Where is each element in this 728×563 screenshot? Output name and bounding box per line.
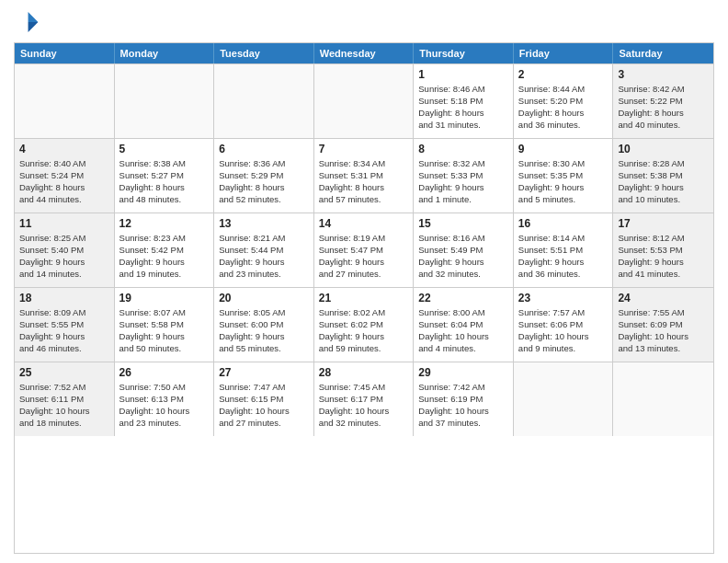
cell-info: Sunrise: 8:30 AMSunset: 5:35 PMDaylight:… <box>518 158 609 205</box>
day-number: 12 <box>119 216 210 231</box>
calendar-cell-4-6 <box>613 362 713 436</box>
day-number: 20 <box>219 291 309 305</box>
calendar-cell-4-3: 28Sunrise: 7:45 AMSunset: 6:17 PMDayligh… <box>314 362 415 436</box>
day-number: 5 <box>119 142 210 156</box>
calendar-cell-0-5: 2Sunrise: 8:44 AMSunset: 5:20 PMDaylight… <box>514 64 614 138</box>
header-cell-saturday: Saturday <box>613 43 713 63</box>
calendar-cell-1-0: 4Sunrise: 8:40 AMSunset: 5:24 PMDaylight… <box>15 139 115 213</box>
cell-info: Sunrise: 8:38 AMSunset: 5:27 PMDaylight:… <box>119 158 210 205</box>
cell-info: Sunrise: 8:28 AMSunset: 5:38 PMDaylight:… <box>618 158 709 205</box>
day-number: 9 <box>518 142 609 156</box>
day-number: 28 <box>319 365 409 380</box>
day-number: 1 <box>418 67 508 82</box>
day-number: 29 <box>418 365 508 380</box>
calendar-header: SundayMondayTuesdayWednesdayThursdayFrid… <box>15 43 713 63</box>
header-cell-monday: Monday <box>115 43 215 63</box>
cell-info: Sunrise: 8:25 AMSunset: 5:40 PMDaylight:… <box>19 233 109 280</box>
calendar-cell-0-4: 1Sunrise: 8:46 AMSunset: 5:18 PMDaylight… <box>414 64 514 138</box>
day-number: 24 <box>618 291 709 305</box>
cell-info: Sunrise: 7:55 AMSunset: 6:09 PMDaylight:… <box>618 307 709 354</box>
cell-info: Sunrise: 8:23 AMSunset: 5:42 PMDaylight:… <box>119 233 210 280</box>
cell-info: Sunrise: 8:36 AMSunset: 5:29 PMDaylight:… <box>219 158 309 205</box>
cell-info: Sunrise: 8:14 AMSunset: 5:51 PMDaylight:… <box>518 233 609 280</box>
calendar-cell-0-6: 3Sunrise: 8:42 AMSunset: 5:22 PMDaylight… <box>613 64 713 138</box>
calendar-row-4: 25Sunrise: 7:52 AMSunset: 6:11 PMDayligh… <box>15 362 713 436</box>
cell-info: Sunrise: 7:42 AMSunset: 6:19 PMDaylight:… <box>418 382 508 429</box>
header-cell-thursday: Thursday <box>414 43 514 63</box>
calendar-cell-4-1: 26Sunrise: 7:50 AMSunset: 6:13 PMDayligh… <box>115 362 215 436</box>
header-cell-sunday: Sunday <box>15 43 115 63</box>
calendar-cell-3-4: 22Sunrise: 8:00 AMSunset: 6:04 PMDayligh… <box>414 288 514 362</box>
cell-info: Sunrise: 8:05 AMSunset: 6:00 PMDaylight:… <box>219 307 309 354</box>
day-number: 3 <box>618 67 709 82</box>
calendar-cell-2-5: 16Sunrise: 8:14 AMSunset: 5:51 PMDayligh… <box>514 213 614 287</box>
calendar-cell-2-4: 15Sunrise: 8:16 AMSunset: 5:49 PMDayligh… <box>414 213 514 287</box>
day-number: 23 <box>518 291 609 305</box>
day-number: 25 <box>19 365 109 380</box>
calendar-body: 1Sunrise: 8:46 AMSunset: 5:18 PMDaylight… <box>15 63 713 436</box>
day-number: 14 <box>319 216 409 231</box>
cell-info: Sunrise: 7:52 AMSunset: 6:11 PMDaylight:… <box>19 382 109 429</box>
cell-info: Sunrise: 7:47 AMSunset: 6:15 PMDaylight:… <box>219 382 309 429</box>
calendar-row-2: 11Sunrise: 8:25 AMSunset: 5:40 PMDayligh… <box>15 213 713 287</box>
cell-info: Sunrise: 7:50 AMSunset: 6:13 PMDaylight:… <box>119 382 210 429</box>
calendar-cell-1-4: 8Sunrise: 8:32 AMSunset: 5:33 PMDaylight… <box>414 139 514 213</box>
cell-info: Sunrise: 8:02 AMSunset: 6:02 PMDaylight:… <box>319 307 409 354</box>
cell-info: Sunrise: 8:19 AMSunset: 5:47 PMDaylight:… <box>319 233 409 280</box>
day-number: 13 <box>219 216 309 231</box>
calendar-cell-2-0: 11Sunrise: 8:25 AMSunset: 5:40 PMDayligh… <box>15 213 115 287</box>
day-number: 16 <box>518 216 609 231</box>
logo <box>14 9 43 35</box>
day-number: 11 <box>19 216 109 231</box>
calendar-cell-3-3: 21Sunrise: 8:02 AMSunset: 6:02 PMDayligh… <box>314 288 415 362</box>
calendar-cell-4-5 <box>514 362 614 436</box>
cell-info: Sunrise: 8:46 AMSunset: 5:18 PMDaylight:… <box>418 84 508 131</box>
calendar-row-0: 1Sunrise: 8:46 AMSunset: 5:18 PMDaylight… <box>15 63 713 138</box>
calendar-cell-3-0: 18Sunrise: 8:09 AMSunset: 5:55 PMDayligh… <box>15 288 115 362</box>
header <box>14 9 714 35</box>
calendar-cell-0-1 <box>115 64 215 138</box>
cell-info: Sunrise: 8:00 AMSunset: 6:04 PMDaylight:… <box>418 307 508 354</box>
cell-info: Sunrise: 8:07 AMSunset: 5:58 PMDaylight:… <box>119 307 210 354</box>
day-number: 4 <box>19 142 109 156</box>
cell-info: Sunrise: 8:44 AMSunset: 5:20 PMDaylight:… <box>518 84 609 131</box>
calendar-cell-4-0: 25Sunrise: 7:52 AMSunset: 6:11 PMDayligh… <box>15 362 115 436</box>
header-cell-wednesday: Wednesday <box>314 43 415 63</box>
cell-info: Sunrise: 8:42 AMSunset: 5:22 PMDaylight:… <box>618 84 709 131</box>
cell-info: Sunrise: 7:57 AMSunset: 6:06 PMDaylight:… <box>518 307 609 354</box>
page: SundayMondayTuesdayWednesdayThursdayFrid… <box>0 0 728 563</box>
cell-info: Sunrise: 7:45 AMSunset: 6:17 PMDaylight:… <box>319 382 409 429</box>
calendar-cell-1-2: 6Sunrise: 8:36 AMSunset: 5:29 PMDaylight… <box>214 139 314 213</box>
day-number: 6 <box>219 142 309 156</box>
header-cell-friday: Friday <box>514 43 614 63</box>
day-number: 27 <box>219 365 309 380</box>
calendar-cell-3-5: 23Sunrise: 7:57 AMSunset: 6:06 PMDayligh… <box>514 288 614 362</box>
day-number: 17 <box>618 216 709 231</box>
day-number: 10 <box>618 142 709 156</box>
day-number: 19 <box>119 291 210 305</box>
calendar-cell-1-5: 9Sunrise: 8:30 AMSunset: 5:35 PMDaylight… <box>514 139 614 213</box>
cell-info: Sunrise: 8:12 AMSunset: 5:53 PMDaylight:… <box>618 233 709 280</box>
calendar-cell-2-3: 14Sunrise: 8:19 AMSunset: 5:47 PMDayligh… <box>314 213 415 287</box>
calendar-cell-0-3 <box>314 64 415 138</box>
calendar-cell-0-0 <box>15 64 115 138</box>
svg-marker-0 <box>28 12 39 22</box>
calendar-cell-2-1: 12Sunrise: 8:23 AMSunset: 5:42 PMDayligh… <box>115 213 215 287</box>
calendar-cell-2-2: 13Sunrise: 8:21 AMSunset: 5:44 PMDayligh… <box>214 213 314 287</box>
calendar-cell-4-4: 29Sunrise: 7:42 AMSunset: 6:19 PMDayligh… <box>414 362 514 436</box>
calendar-cell-1-6: 10Sunrise: 8:28 AMSunset: 5:38 PMDayligh… <box>613 139 713 213</box>
day-number: 15 <box>418 216 508 231</box>
cell-info: Sunrise: 8:40 AMSunset: 5:24 PMDaylight:… <box>19 158 109 205</box>
calendar-cell-3-6: 24Sunrise: 7:55 AMSunset: 6:09 PMDayligh… <box>613 288 713 362</box>
calendar-row-1: 4Sunrise: 8:40 AMSunset: 5:24 PMDaylight… <box>15 138 713 213</box>
day-number: 2 <box>518 67 609 82</box>
calendar-cell-4-2: 27Sunrise: 7:47 AMSunset: 6:15 PMDayligh… <box>214 362 314 436</box>
day-number: 22 <box>418 291 508 305</box>
cell-info: Sunrise: 8:09 AMSunset: 5:55 PMDaylight:… <box>19 307 109 354</box>
cell-info: Sunrise: 8:32 AMSunset: 5:33 PMDaylight:… <box>418 158 508 205</box>
logo-icon <box>14 9 40 35</box>
calendar-cell-0-2 <box>214 64 314 138</box>
day-number: 8 <box>418 142 508 156</box>
cell-info: Sunrise: 8:34 AMSunset: 5:31 PMDaylight:… <box>319 158 409 205</box>
calendar-cell-3-1: 19Sunrise: 8:07 AMSunset: 5:58 PMDayligh… <box>115 288 215 362</box>
